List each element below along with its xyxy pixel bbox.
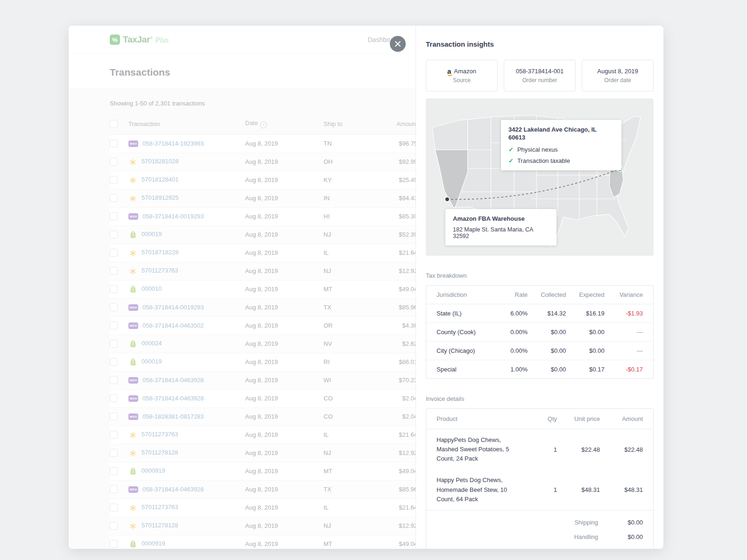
origin-marker — [445, 197, 450, 202]
invoice-total-row: Handling$0.00 — [437, 530, 643, 544]
invoice-details-heading: Invoice details — [426, 395, 654, 402]
total-value: $0.00 — [598, 519, 643, 526]
tax-breakdown-row: State (IL)6.00%$14.32$16.19-$1.93 — [426, 304, 653, 322]
total-value: $0.00 — [598, 533, 643, 540]
invoice-totals: Shipping$0.00Handling$0.00Discounts($0.0… — [426, 511, 653, 549]
unit-price-cell: $48.31 — [557, 486, 600, 493]
collected-cell: $14.32 — [528, 310, 566, 317]
unit-price-cell: $22.48 — [557, 446, 600, 453]
rate-cell: 6.00% — [495, 310, 528, 317]
invoice-total-row: Discounts($0.00) — [437, 544, 643, 549]
origin-name: Amazon FBA Warehouse — [453, 215, 549, 223]
jurisdiction-cell: Special — [437, 366, 495, 373]
card-label: Order number — [522, 77, 557, 84]
transaction-taxable-badge: ✓ Transaction taxable — [508, 157, 614, 164]
amount-cell: $48.31 — [600, 486, 643, 493]
origin-tooltip: Amazon FBA Warehouse 182 Maple St. Santa… — [445, 209, 557, 245]
invoice-details-table: Product Qty Unit price Amount HappyPets … — [426, 408, 654, 549]
product-name: HappyPets Dog Chews, Mashed Sweet Potato… — [437, 435, 531, 463]
close-button[interactable] — [390, 36, 406, 52]
jurisdiction-cell: State (IL) — [437, 310, 495, 317]
summary-cards: aAmazonSource058-3718414-001Order number… — [426, 60, 654, 91]
shipment-map: 3422 Lakeland Ave Chicago, IL 60613 ✓ Ph… — [426, 98, 654, 256]
invoice-item: HappyPets Dog Chews, Mashed Sweet Potato… — [426, 429, 653, 469]
rate-cell: 0.00% — [495, 347, 528, 354]
collected-cell: $0.00 — [528, 329, 566, 336]
rate-cell: 0.00% — [495, 329, 528, 336]
card-value: aAmazon — [447, 68, 476, 75]
expected-cell: $0.00 — [566, 329, 604, 336]
card-label: Order date — [604, 77, 631, 84]
collected-cell: $0.00 — [528, 347, 566, 354]
total-label: Shipping — [437, 519, 598, 526]
jurisdiction-cell: County (Cook) — [437, 329, 495, 336]
amount-cell: $22.48 — [600, 446, 643, 453]
transaction-insights-panel: Transaction insights aAmazonSource058-37… — [416, 26, 663, 549]
tax-breakdown-heading: Tax breakdown — [426, 272, 654, 279]
card-value: 058-3718414-001 — [516, 68, 564, 75]
transaction-insights-modal: % TaxJar® Plus Dashboard Transactions Sh… — [69, 26, 663, 549]
amazon-icon: a — [447, 68, 451, 75]
check-icon: ✓ — [508, 146, 514, 153]
collected-cell: $0.00 — [528, 366, 566, 373]
qty-cell: 1 — [531, 446, 557, 453]
panel-title: Transaction insights — [426, 40, 654, 48]
destination-tooltip: 3422 Lakeland Ave Chicago, IL 60613 ✓ Ph… — [501, 120, 621, 170]
total-label: Discounts — [437, 548, 598, 549]
modal-dim-overlay — [69, 26, 416, 549]
tax-breakdown-row: Special1.00%$0.00$0.17-$0.17 — [426, 360, 653, 378]
product-name: Happy Pets Dog Chews, Homemade Beef Stew… — [437, 476, 531, 504]
invoice-total-row: Shipping$0.00 — [437, 515, 643, 530]
variance-cell: -$0.17 — [605, 366, 643, 373]
card-label: Source — [453, 77, 471, 84]
variance-cell: — — [605, 347, 643, 354]
variance-cell: — — [605, 329, 643, 336]
transactions-page: % TaxJar® Plus Dashboard Transactions Sh… — [69, 26, 416, 549]
tax-breakdown-table: Jurisdiction Rate Collected Expected Var… — [426, 285, 654, 379]
tax-breakdown-header-row: Jurisdiction Rate Collected Expected Var… — [426, 286, 653, 304]
jurisdiction-cell: City (Chicago) — [437, 347, 495, 354]
invoice-item: Happy Pets Dog Chews, Homemade Beef Stew… — [426, 469, 653, 510]
check-icon: ✓ — [508, 157, 514, 164]
summary-card: aAmazonSource — [426, 60, 498, 91]
variance-cell: -$1.93 — [605, 310, 643, 317]
invoice-header-row: Product Qty Unit price Amount — [426, 409, 653, 429]
expected-cell: $0.00 — [566, 347, 604, 354]
tax-breakdown-row: City (Chicago)0.00%$0.00$0.00— — [426, 341, 653, 360]
qty-cell: 1 — [531, 486, 557, 493]
summary-card: August 8, 2019Order date — [582, 60, 654, 91]
total-value: ($0.00) — [598, 548, 643, 549]
expected-cell: $0.17 — [566, 366, 604, 373]
summary-card: 058-3718414-001Order number — [504, 60, 576, 91]
card-value: August 8, 2019 — [597, 68, 638, 75]
close-icon — [395, 41, 401, 47]
origin-address: 182 Maple St. Santa Maria, CA 32592 — [453, 226, 549, 239]
rate-cell: 1.00% — [495, 366, 528, 373]
expected-cell: $16.19 — [566, 310, 604, 317]
physical-nexus-badge: ✓ Physical nexus — [508, 146, 614, 153]
total-label: Handling — [437, 533, 598, 540]
tax-breakdown-row: County (Cook)0.00%$0.00$0.00— — [426, 322, 653, 341]
destination-address: 3422 Lakeland Ave Chicago, IL 60613 — [508, 126, 614, 142]
